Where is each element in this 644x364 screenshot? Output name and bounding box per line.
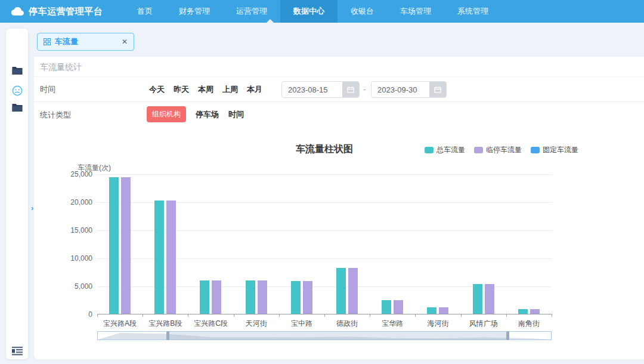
collapse-menu-icon[interactable] <box>11 346 23 356</box>
filter-label-time: 时间 <box>40 84 55 95</box>
bar-总车流量[interactable] <box>291 281 301 314</box>
bar-group-9 <box>506 174 552 314</box>
chart-legend: 总车流量临停车流量固定车流量 <box>425 145 578 155</box>
date-range-separator: - <box>363 85 366 94</box>
nav-item-5[interactable]: 车场管理 <box>387 0 444 23</box>
stat-type-option-2[interactable]: 时间 <box>228 109 244 120</box>
x-axis-label-3: 天河街 <box>234 319 279 329</box>
bar-总车流量[interactable] <box>154 200 164 314</box>
legend-label: 固定车流量 <box>543 145 578 155</box>
bar-临停车流量[interactable] <box>258 280 267 314</box>
date-start-value: 2023-08-15 <box>282 85 342 94</box>
datazoom-slider[interactable] <box>97 331 552 340</box>
nav-item-6[interactable]: 系统管理 <box>444 0 501 23</box>
date-end-input[interactable]: 2023-09-30 <box>371 81 447 98</box>
legend-item-1[interactable]: 临停车流量 <box>474 145 522 155</box>
date-start-input[interactable]: 2023-08-15 <box>281 81 360 98</box>
legend-item-0[interactable]: 总车流量 <box>425 145 465 155</box>
bar-总车流量[interactable] <box>336 268 346 314</box>
chart-plot <box>97 174 552 314</box>
quick-date-option-2[interactable]: 本周 <box>198 84 213 95</box>
x-axis-tick <box>97 314 98 317</box>
calendar-glyph <box>434 86 441 93</box>
stat-type-option-0[interactable]: 组织机构 <box>147 106 186 122</box>
tab-label: 车流量 <box>55 36 117 47</box>
date-end-value: 2023-09-30 <box>371 85 429 94</box>
x-axis-tick <box>370 314 370 317</box>
x-axis-tick <box>188 314 188 317</box>
legend-swatch <box>425 147 434 153</box>
filter-label-stat-type: 统计类型 <box>40 110 71 121</box>
bar-临停车流量[interactable] <box>348 268 358 314</box>
tab-bar: 车流量 ✕ <box>34 23 644 57</box>
datazoom-handle-right[interactable] <box>506 331 509 340</box>
legend-label: 总车流量 <box>436 145 465 155</box>
calendar-icon[interactable] <box>342 82 359 97</box>
grid-icon <box>44 38 51 45</box>
main-nav: 首页财务管理运营管理数据中心收银台车场管理系统管理 <box>124 0 501 23</box>
datazoom-selection[interactable] <box>168 332 507 340</box>
folder-icon[interactable] <box>11 103 23 112</box>
quick-date-option-3[interactable]: 上周 <box>222 84 238 95</box>
stat-type-option-1[interactable]: 停车场 <box>196 109 219 120</box>
bar-临停车流量[interactable] <box>394 300 403 314</box>
calendar-icon[interactable] <box>429 82 446 97</box>
divider <box>34 76 644 77</box>
y-axis-ticks: 25,00020,00015,00010,0005,0000 <box>34 174 92 315</box>
bar-临停车流量[interactable] <box>530 309 540 314</box>
x-axis-tick <box>143 314 143 317</box>
stat-type-options: 组织机构停车场时间 <box>147 106 244 122</box>
bar-group-5 <box>324 174 370 314</box>
bar-临停车流量[interactable] <box>303 281 312 314</box>
app-title: 停车运营管理平台 <box>29 6 103 17</box>
x-axis-label-7: 海河街 <box>415 319 460 329</box>
face-icon[interactable] <box>12 85 23 96</box>
x-axis-label-5: 德政街 <box>324 319 370 329</box>
y-tick-label: 10,000 <box>34 254 92 263</box>
cloud-icon <box>11 7 24 16</box>
tab-traffic-volume[interactable]: 车流量 ✕ <box>37 33 134 51</box>
y-tick-label: 15,000 <box>34 226 92 235</box>
bar-总车流量[interactable] <box>109 177 119 314</box>
legend-item-2[interactable]: 固定车流量 <box>531 145 578 155</box>
bar-总车流量[interactable] <box>427 307 436 314</box>
close-icon[interactable]: ✕ <box>122 38 128 46</box>
bar-总车流量[interactable] <box>473 284 482 314</box>
bar-总车流量[interactable] <box>382 300 391 314</box>
active-nav-pointer <box>267 19 274 23</box>
bar-总车流量[interactable] <box>200 280 209 314</box>
brand: 停车运营管理平台 <box>0 6 113 17</box>
x-axis-tick <box>506 314 507 317</box>
y-tick-label: 20,000 <box>34 198 92 206</box>
nav-item-1[interactable]: 财务管理 <box>166 0 223 23</box>
x-axis-label-6: 宝华路 <box>370 319 415 329</box>
bar-临停车流量[interactable] <box>212 280 221 314</box>
x-axis-label-2: 宝兴路C段 <box>188 319 233 329</box>
sidebar-expand-toggle[interactable]: › <box>31 203 33 212</box>
bar-group-8 <box>461 174 506 314</box>
x-axis-label-4: 宝中路 <box>279 319 324 329</box>
calendar-glyph <box>347 86 354 93</box>
bar-临停车流量[interactable] <box>439 307 448 314</box>
bar-临停车流量[interactable] <box>166 200 176 314</box>
x-axis-tick <box>279 314 280 317</box>
nav-item-0[interactable]: 首页 <box>124 0 166 23</box>
nav-item-4[interactable]: 收银台 <box>338 0 387 23</box>
x-axis-tick <box>324 314 325 317</box>
bar-临停车流量[interactable] <box>485 284 494 314</box>
nav-item-3[interactable]: 数据中心 <box>280 0 338 23</box>
bar-group-2 <box>188 174 233 314</box>
x-axis-label-1: 宝兴路B段 <box>143 319 188 329</box>
quick-date-option-4[interactable]: 本月 <box>247 84 262 95</box>
date-quick-options: 今天昨天本周上周本月 <box>149 84 262 95</box>
bar-group-0 <box>97 174 143 314</box>
legend-swatch <box>531 147 540 153</box>
quick-date-option-0[interactable]: 今天 <box>149 84 165 95</box>
folder-icon[interactable] <box>11 66 23 75</box>
datazoom-handle-left[interactable] <box>166 331 169 340</box>
bar-总车流量[interactable] <box>246 280 255 314</box>
x-axis-label-0: 宝兴路A段 <box>97 319 143 329</box>
bar-临停车流量[interactable] <box>121 177 131 314</box>
bar-总车流量[interactable] <box>518 309 528 314</box>
quick-date-option-1[interactable]: 昨天 <box>174 84 189 95</box>
